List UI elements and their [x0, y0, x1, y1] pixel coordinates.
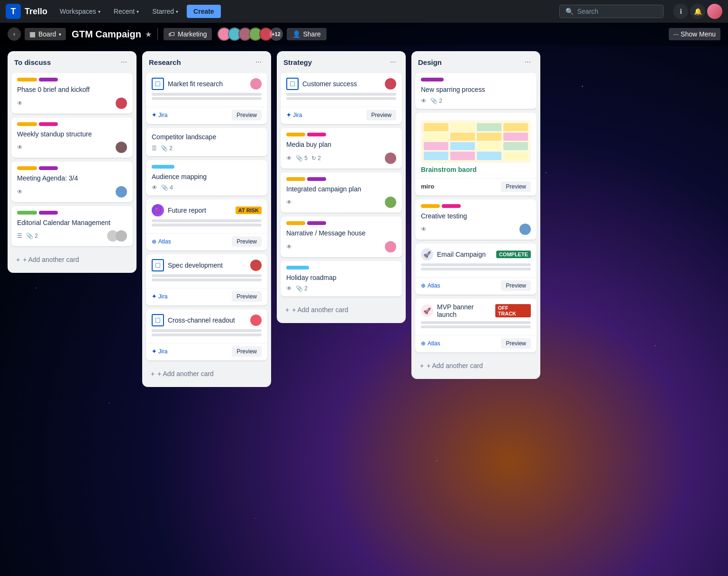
card-footer: miro Preview	[415, 178, 537, 196]
card-body: □ Cross-channel readout	[146, 309, 267, 343]
list-to-discuss: To discuss ··· Phase 0 brief and kickoff…	[8, 51, 136, 273]
list-menu-button[interactable]: ···	[522, 57, 534, 67]
card-weekly-standup[interactable]: Weekly standup structure 👁	[11, 117, 133, 158]
star-button[interactable]: ★	[145, 30, 152, 39]
progress-bar	[152, 219, 262, 222]
card-future-report[interactable]: 🟣 Future report AT RISK ⊕ Atlas	[146, 199, 267, 251]
card-holiday-roadmap[interactable]: Holiday roadmap 👁 📎 2	[281, 261, 402, 297]
card-title: Holiday roadmap	[286, 273, 396, 283]
card-customer-success[interactable]: □ Customer success ✦ Jira P	[281, 73, 402, 124]
watch-icon: 👁	[152, 184, 157, 191]
preview-button[interactable]: Preview	[232, 346, 262, 357]
progress-bar	[152, 224, 262, 226]
show-menu-button[interactable]: ··· Show Menu	[669, 28, 721, 40]
card-labels	[286, 266, 396, 270]
add-card-button[interactable]: + + Add another card	[281, 302, 402, 317]
list-menu-button[interactable]: ···	[253, 57, 264, 67]
preview-button[interactable]: Preview	[501, 280, 531, 291]
card-email-campaign[interactable]: 🚀 Email Campaign COMPLETE ⊕ Atlas	[415, 243, 537, 295]
preview-button[interactable]: Preview	[232, 110, 262, 120]
board-view-selector[interactable]: ▦ Board ▾	[25, 28, 66, 40]
add-card-button[interactable]: + + Add another card	[11, 252, 133, 267]
more-members-badge[interactable]: +12	[270, 27, 283, 41]
search-bar[interactable]: 🔍 Search	[559, 5, 664, 18]
miro-sticky	[503, 123, 528, 131]
card-body: □ Market fit research	[146, 73, 267, 107]
workspace-button[interactable]: 🏷 Marketing	[164, 28, 211, 40]
card-avatar	[385, 197, 396, 208]
list-menu-button[interactable]: ···	[118, 57, 130, 67]
atlas-icon: ⊕	[421, 282, 426, 289]
card-brainstorm[interactable]: Brainstrom baord miro Preview	[415, 113, 537, 196]
progress-bars	[152, 219, 262, 226]
attachment-icon: 📎 2	[26, 233, 38, 239]
card-audience-mapping[interactable]: Audience mapping 👁 📎 4	[146, 160, 267, 196]
card-new-sparring[interactable]: New sparring process 👁 📎 2	[415, 73, 537, 109]
card-footer: ⊕ Atlas Preview	[146, 233, 267, 251]
starred-menu[interactable]: Starred ▾	[147, 5, 183, 18]
preview-button[interactable]: Preview	[501, 181, 531, 192]
card-spec-development[interactable]: □ Spec development ✦ Jira P	[146, 254, 267, 306]
add-card-button[interactable]: + + Add another card	[146, 366, 267, 381]
notifications-button[interactable]: 🔔	[690, 4, 705, 19]
card-market-fit[interactable]: □ Market fit research ✦ Jira	[146, 73, 267, 124]
card-footer: ✦ Jira Preview	[281, 107, 402, 124]
progress-bar	[152, 329, 262, 332]
card-avatar	[385, 241, 396, 252]
card-integrated-campaign[interactable]: Integrated campaign plan 👁	[281, 172, 402, 213]
progress-bars	[421, 321, 531, 328]
app-logo[interactable]: T Trello	[6, 4, 47, 19]
workspace-icon: 🏷	[168, 30, 175, 38]
watch-icon: 👁	[17, 144, 23, 151]
card-labels	[286, 133, 396, 136]
card-editorial-calendar[interactable]: Editorial Calendar Management ☰ 📎 2	[11, 206, 133, 247]
add-card-button[interactable]: + + Add another card	[415, 358, 537, 373]
card-phase-brief[interactable]: Phase 0 brief and kickoff 👁	[11, 73, 133, 114]
card-narrative-message[interactable]: Narrative / Message house 👁	[281, 216, 402, 257]
create-button[interactable]: Create	[187, 5, 221, 18]
list-body-research: □ Market fit research ✦ Jira	[142, 71, 271, 387]
list-header-to-discuss: To discuss ···	[8, 51, 136, 71]
attachment-icon: 📎 4	[161, 184, 173, 191]
info-button[interactable]: ℹ	[673, 4, 688, 19]
chevron-down-icon: ▾	[136, 9, 139, 14]
progress-bar	[421, 263, 531, 266]
recent-menu[interactable]: Recent ▾	[109, 5, 144, 18]
progress-bar	[421, 325, 531, 328]
jira-icon: □	[286, 78, 299, 90]
card-labels	[17, 211, 127, 215]
share-button[interactable]: 👤 Share	[287, 28, 327, 40]
miro-column	[477, 123, 501, 160]
card-title: Creative testing	[421, 212, 531, 221]
collapse-sidebar-button[interactable]: ‹	[8, 27, 21, 41]
card-meta: 👁	[421, 224, 531, 235]
card-meeting-agenda[interactable]: Meeting Agenda: 3/4 👁	[11, 162, 133, 202]
plus-icon: +	[151, 370, 155, 378]
board-header: ‹ ▦ Board ▾ GTM Campaign ★ 🏷 Marketing +…	[0, 23, 728, 45]
card-media-buy[interactable]: Media buy plan 👁 📎 5 ↻ 2	[281, 128, 402, 169]
card-icons: 👁	[17, 100, 23, 107]
jira-icon: ✦	[152, 112, 156, 118]
title-row: □ Spec development	[152, 259, 223, 271]
card-competitor[interactable]: Competitor landscape ☰ 📎 2	[146, 128, 267, 156]
card-icons: ☰ 📎 2	[152, 145, 173, 152]
attachment-icon: 📎 2	[430, 98, 442, 104]
workspaces-menu[interactable]: Workspaces ▾	[55, 5, 105, 18]
email-campaign-icon: 🚀	[421, 248, 433, 261]
card-creative-testing[interactable]: Creative testing 👁	[415, 199, 537, 240]
preview-button[interactable]: Preview	[232, 291, 262, 302]
preview-button[interactable]: Preview	[501, 338, 531, 349]
miro-sticky	[477, 133, 501, 141]
progress-bar	[152, 274, 262, 277]
preview-button[interactable]: Preview	[232, 236, 262, 247]
card-icons: 👁	[286, 199, 292, 206]
card-mvp-banner[interactable]: 🚀 MVP banner launch OFF TRACK ⊕ Atlas	[415, 298, 537, 352]
card-labels	[286, 221, 396, 225]
card-body: 🚀 MVP banner launch OFF TRACK	[415, 298, 537, 335]
atlas-label: ⊕ Atlas	[421, 282, 440, 289]
card-cross-channel[interactable]: □ Cross-channel readout ✦ Jira	[146, 309, 267, 360]
user-avatar[interactable]	[707, 4, 722, 19]
preview-button[interactable]: Preview	[366, 110, 396, 120]
list-menu-button[interactable]: ···	[387, 57, 399, 67]
label-orange	[421, 204, 440, 208]
